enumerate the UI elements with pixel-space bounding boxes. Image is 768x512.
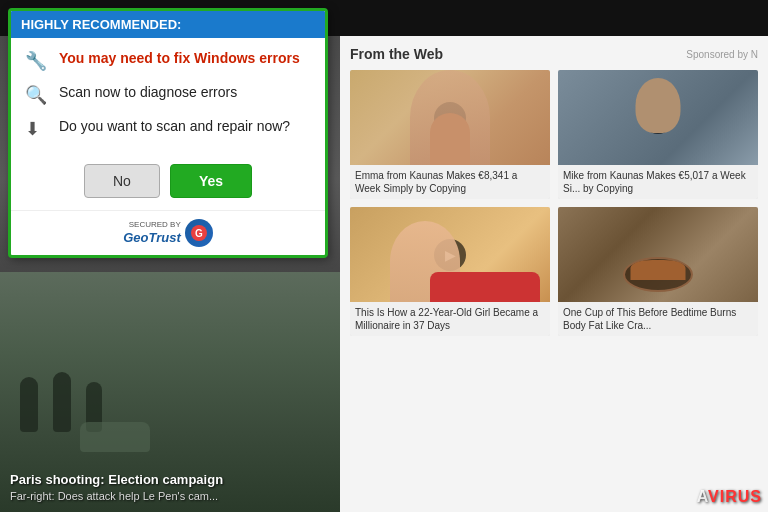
popup-item-3: ⬇ Do you want to scan and repair now? [25,118,311,140]
popup-dialog: HIGHLY RECOMMENDED: 🔧 You may need to fi… [8,8,328,258]
popup-body: 🔧 You may need to fix Windows errors 🔍 S… [11,38,325,164]
web-item-image: ▶ [350,207,550,302]
geotrust-badge-icon: G [185,219,213,247]
popup-item-2: 🔍 Scan now to diagnose errors [25,84,311,106]
popup-item-1: 🔧 You may need to fix Windows errors [25,50,311,72]
from-web-title: From the Web [350,46,443,62]
web-grid: ▶ Emma from Kaunas Makes €8,341 a Week S… [350,70,758,336]
street-caption-sub: Far-right: Does attack help Le Pen's cam… [10,490,330,502]
street-photo: Paris shooting: Election campaign Far-ri… [0,272,340,512]
yes-button[interactable]: Yes [170,164,252,198]
popup-header: HIGHLY RECOMMENDED: [11,11,325,38]
web-item-image: ▶ [350,70,550,165]
right-column: From the Web Sponsored by N ▶ Emma from … [340,36,768,512]
geotrust-name: GeoTrust [123,230,181,245]
wrench-icon: 🔧 [25,50,49,72]
geotrust-secured-label: SECURED BY [123,221,181,230]
street-caption: Paris shooting: Election campaign [10,472,330,487]
no-button[interactable]: No [84,164,160,198]
web-item-image: ▶ [558,70,758,165]
popup-text-3: Do you want to scan and repair now? [59,118,290,134]
geotrust-logo: SECURED BY GeoTrust G [123,219,213,247]
popup-footer: SECURED BY GeoTrust G [11,210,325,255]
list-item[interactable]: ▶ Mike from Kaunas Makes €5,017 a Week S… [558,70,758,199]
sponsored-label: Sponsored by N [686,49,758,60]
list-item[interactable]: ▶ This Is How a 22-Year-Old Girl Became … [350,207,550,336]
popup-text-1: You may need to fix Windows errors [59,50,300,66]
web-item-caption: Emma from Kaunas Makes €8,341 a Week Sim… [350,165,550,199]
popup-title: HIGHLY RECOMMENDED: [21,17,181,32]
web-item-image [558,207,758,302]
list-item[interactable]: One Cup of This Before Bedtime Burns Bod… [558,207,758,336]
web-item-caption: Mike from Kaunas Makes €5,017 a Week Si.… [558,165,758,199]
list-item[interactable]: ▶ Emma from Kaunas Makes €8,341 a Week S… [350,70,550,199]
svg-text:G: G [195,228,203,239]
from-web-header: From the Web Sponsored by N [350,46,758,62]
web-item-caption: One Cup of This Before Bedtime Burns Bod… [558,302,758,336]
download-icon: ⬇ [25,118,49,140]
popup-buttons: No Yes [11,164,325,210]
web-item-caption: This Is How a 22-Year-Old Girl Became a … [350,302,550,336]
search-icon: 🔍 [25,84,49,106]
popup-text-2: Scan now to diagnose errors [59,84,237,100]
